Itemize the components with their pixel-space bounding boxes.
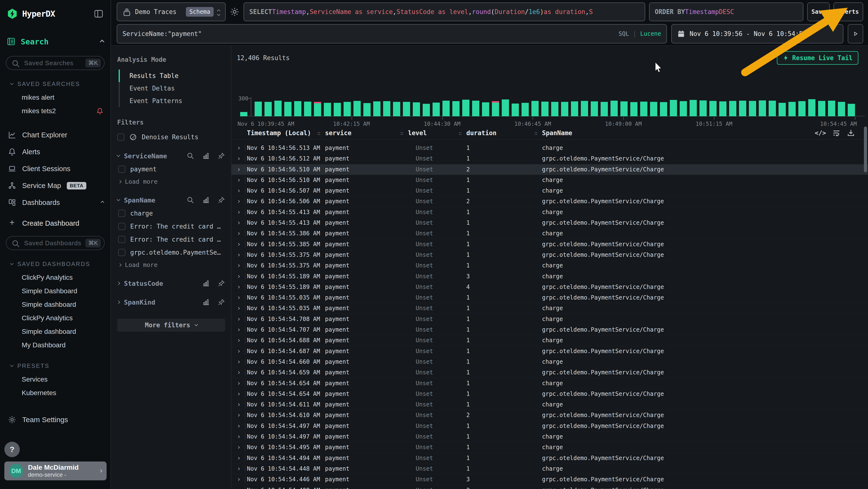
filter-group-spanname[interactable]: SpanName	[117, 196, 225, 204]
histogram-bar[interactable]	[304, 102, 311, 116]
table-row[interactable]: ›Nov 6 10:54:54.497 AMpaymentUnset1grpc.…	[231, 421, 868, 432]
histogram-bar[interactable]	[363, 103, 371, 116]
histogram-bar[interactable]	[689, 100, 697, 116]
row-expander-icon[interactable]: ›	[237, 240, 241, 248]
table-row[interactable]: ›Nov 6 10:54:56.512 AMpaymentUnset1grpc.…	[231, 153, 868, 164]
table-row[interactable]: ›Nov 6 10:54:54.408 AMpaymentUnset2grpc.…	[231, 485, 868, 489]
filter-checkbox[interactable]	[118, 249, 125, 256]
table-row[interactable]: ›Nov 6 10:54:55.375 AMpaymentUnset1charg…	[231, 260, 868, 271]
histogram-bar[interactable]	[373, 102, 380, 116]
histogram-bar[interactable]	[660, 102, 667, 116]
filter-chart-icon[interactable]	[202, 196, 210, 204]
row-expander-icon[interactable]: ›	[237, 261, 241, 269]
histogram-bar[interactable]	[403, 102, 410, 116]
row-expander-icon[interactable]: ›	[237, 304, 241, 312]
row-expander-icon[interactable]: ›	[237, 400, 241, 408]
filter-chart-icon[interactable]	[202, 280, 210, 287]
saved-dashboard-item[interactable]: ClickPy Analytics	[7, 271, 104, 284]
row-expander-icon[interactable]: ›	[237, 411, 241, 419]
table-row[interactable]: ›Nov 6 10:54:54.659 AMpaymentUnset1grpc.…	[231, 367, 868, 378]
column-header-timestamp-local-[interactable]: Timestamp (Local)	[247, 130, 311, 137]
download-icon[interactable]	[847, 129, 855, 137]
table-row[interactable]: ›Nov 6 10:54:54.660 AMpaymentUnset1charg…	[231, 357, 868, 367]
filter-option[interactable]: Error: The credit card …	[118, 223, 225, 230]
histogram-bar[interactable]	[551, 102, 558, 116]
row-expander-icon[interactable]: ›	[237, 390, 241, 398]
histogram-bar[interactable]	[769, 100, 776, 116]
filter-option[interactable]: charge	[118, 210, 225, 217]
histogram-bar[interactable]	[729, 101, 736, 116]
row-expander-icon[interactable]: ›	[237, 176, 241, 184]
histogram-bar[interactable]	[274, 100, 282, 116]
histogram-bar[interactable]	[571, 102, 578, 116]
table-row[interactable]: ›Nov 6 10:54:54.688 AMpaymentUnset1charg…	[231, 335, 868, 346]
saved-dashboard-item[interactable]: Simple dashboard	[7, 298, 104, 311]
table-row[interactable]: ›Nov 6 10:54:54.446 AMpaymentUnset3grpc.…	[231, 474, 868, 485]
help-button[interactable]: ?	[4, 442, 20, 457]
user-menu[interactable]: DM Dale McDiarmid demo-service -	[4, 461, 106, 480]
histogram-bar[interactable]	[344, 102, 351, 116]
histogram-bar[interactable]	[680, 101, 687, 116]
histogram-bar[interactable]	[670, 100, 677, 116]
filter-checkbox[interactable]	[118, 210, 125, 217]
table-row[interactable]: ›Nov 6 10:54:54.654 AMpaymentUnset1grpc.…	[231, 389, 868, 399]
table-row[interactable]: ›Nov 6 10:54:54.495 AMpaymentUnset1charg…	[231, 442, 868, 453]
row-expander-icon[interactable]: ›	[237, 283, 241, 291]
filter-group-spankind[interactable]: SpanKind	[117, 298, 225, 306]
row-expander-icon[interactable]: ›	[237, 154, 241, 163]
histogram-bar[interactable]	[591, 102, 598, 116]
histogram-bar[interactable]	[353, 101, 361, 116]
histogram-bar[interactable]	[600, 102, 608, 116]
histogram-bar[interactable]	[719, 102, 726, 116]
row-expander-icon[interactable]: ›	[237, 443, 241, 451]
source-selector[interactable]: Demo Traces Schema	[117, 2, 226, 21]
histogram-bar[interactable]	[240, 112, 247, 116]
row-expander-icon[interactable]: ›	[237, 358, 241, 366]
table-row[interactable]: ›Nov 6 10:54:55.386 AMpaymentUnset1charg…	[231, 228, 868, 239]
filter-option[interactable]: payment	[118, 166, 225, 173]
table-row[interactable]: ›Nov 6 10:54:55.035 AMpaymentUnset1grpc.…	[231, 292, 868, 303]
table-row[interactable]: ›Nov 6 10:54:54.654 AMpaymentUnset1charg…	[231, 378, 868, 389]
analysis-mode-results-table[interactable]: Results Table	[119, 69, 225, 82]
preset-item[interactable]: Services	[7, 373, 104, 386]
analysis-mode-event-patterns[interactable]: Event Patterns	[119, 95, 225, 107]
histogram-bar[interactable]	[334, 103, 341, 116]
saved-search-item[interactable]: mikes tets2	[7, 104, 104, 118]
row-expander-icon[interactable]: ›	[237, 315, 241, 323]
row-expander-icon[interactable]: ›	[237, 219, 241, 227]
column-drag-handle-icon[interactable]: ∷	[534, 130, 537, 136]
row-expander-icon[interactable]: ›	[237, 433, 241, 440]
filter-pin-icon[interactable]	[217, 298, 225, 306]
table-row[interactable]: ›Nov 6 10:54:54.610 AMpaymentUnset2grpc.…	[231, 410, 868, 421]
histogram-bar[interactable]	[650, 102, 657, 116]
histogram-bar[interactable]	[788, 102, 796, 116]
row-expander-icon[interactable]: ›	[237, 293, 241, 301]
histogram-bar[interactable]	[265, 102, 272, 116]
histogram-bar[interactable]	[828, 100, 835, 116]
table-row[interactable]: ›Nov 6 10:54:55.385 AMpaymentUnset1grpc.…	[231, 239, 868, 250]
sidebar-item-service-map[interactable]: Service MapBETA	[0, 177, 111, 194]
column-header-duration[interactable]: duration	[466, 130, 496, 137]
filter-group-servicename[interactable]: ServiceName	[117, 152, 225, 160]
row-expander-icon[interactable]: ›	[237, 465, 241, 472]
sidebar-item-dashboards[interactable]: Dashboards	[0, 194, 111, 211]
histogram-bar[interactable]	[294, 101, 301, 116]
filter-search-icon[interactable]	[187, 196, 194, 204]
column-header-service[interactable]: service	[325, 130, 351, 137]
sidebar-collapse-icon[interactable]	[94, 9, 104, 19]
table-row[interactable]: ›Nov 6 10:54:54.611 AMpaymentUnset1charg…	[231, 399, 868, 410]
code-view-icon[interactable]: </>	[815, 129, 826, 137]
table-row[interactable]: ›Nov 6 10:54:55.413 AMpaymentUnset1charg…	[231, 207, 868, 218]
load-more-button[interactable]: Load more	[119, 261, 225, 268]
filter-chart-icon[interactable]	[202, 298, 210, 306]
table-row[interactable]: ›Nov 6 10:54:54.494 AMpaymentUnset1grpc.…	[231, 453, 868, 464]
filter-checkbox[interactable]	[118, 223, 125, 230]
wrap-lines-icon[interactable]	[832, 129, 840, 137]
histogram-bar[interactable]	[630, 102, 638, 116]
filter-pin-icon[interactable]	[217, 152, 225, 160]
histogram-bar[interactable]	[393, 102, 400, 116]
row-expander-icon[interactable]: ›	[237, 144, 241, 152]
column-drag-handle-icon[interactable]: ∷	[317, 130, 320, 136]
histogram-bar[interactable]	[749, 101, 756, 116]
row-expander-icon[interactable]: ›	[237, 325, 241, 334]
